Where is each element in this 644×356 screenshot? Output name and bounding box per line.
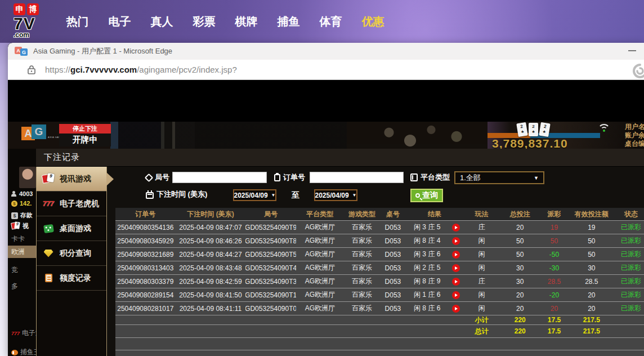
rail-item-slots[interactable]: 777电子游戏 [11, 328, 36, 338]
cell-platform: AG欧洲厅 [296, 221, 344, 234]
sidebar-tab-2[interactable]: 777电子老虎机 [37, 192, 106, 216]
rail-item-card[interactable]: 卡卡 [11, 234, 25, 244]
date-from-select[interactable]: 2025/04/09▼ [233, 189, 276, 201]
date-to-select[interactable]: 2025/04/09▼ [314, 189, 357, 201]
nav-item-5[interactable]: 棋牌 [225, 14, 267, 29]
play-video-button[interactable] [452, 264, 460, 272]
person-icon [11, 191, 17, 197]
sidebar-tab-4[interactable]: 积分查询 [37, 241, 106, 266]
sidebar-tab-1[interactable]: 9视讯游戏 [37, 167, 106, 192]
cell-valid: 20 [568, 288, 615, 301]
cell-valid: 20 [568, 302, 615, 315]
query-form: 局号 订单号 平台类型 1.全部▼ 下注时间 (美东) 2025/04/09▼ … [108, 167, 644, 208]
header-cell-result: 结果 [405, 208, 463, 220]
nav-item-3[interactable]: 真人 [141, 14, 183, 29]
play-video-button[interactable] [452, 237, 460, 245]
rail-item-jing[interactable]: 竞 [11, 265, 18, 275]
cell-order: 250409080354136 [115, 221, 176, 234]
sum-cell-status [615, 325, 644, 337]
cell-platform: AG欧洲厅 [296, 288, 344, 301]
table-row: 2504090803033792025-04-09 08:42:59GD0532… [115, 275, 644, 288]
table-no-label: 桌台编号 [625, 140, 644, 148]
rail-item-europe[interactable]: 欧洲 [11, 247, 25, 257]
lock-icon[interactable] [27, 65, 36, 75]
cell-status: 已派彩 [615, 275, 644, 288]
play-video-button[interactable] [452, 224, 460, 232]
browser-urlbar: https://gci.7vvvvvv.com/agingame/pcv2/in… [8, 60, 644, 80]
rail-deposit-button[interactable]: $存款 [11, 211, 33, 220]
refresh-icon[interactable] [632, 63, 644, 79]
cell-method: 闲 [463, 248, 500, 261]
nav-item-7[interactable]: 体育 [310, 14, 352, 29]
logo-main: 7V [14, 15, 47, 32]
url-text[interactable]: https://gci.7vvvvvv.com/agingame/pcv2/in… [45, 65, 237, 74]
header-cell-order: 订单号 [115, 208, 176, 220]
stop-betting-banner: 停止下注 [59, 124, 111, 134]
cell-bet: 50 [500, 248, 540, 261]
cell-time: 2025-04-09 08:43:48 [176, 261, 246, 274]
browser-titlebar[interactable]: A G Asia Gaming - 用户配置 1 - Microsoft Edg… [8, 43, 644, 60]
rail-video-tab[interactable]: 9视 [11, 222, 29, 230]
nav-item-6[interactable]: 捕鱼 [267, 14, 310, 29]
rail-item-duo[interactable]: 多 [11, 282, 18, 291]
table-row: 2504090803216892025-04-09 08:44:27GD0532… [115, 248, 644, 261]
cards-icon: 9 [42, 173, 55, 184]
gem-icon [42, 250, 55, 257]
round-input[interactable] [172, 172, 267, 183]
cell-platform: AG欧洲厅 [296, 248, 344, 261]
to-label: 至 [292, 190, 299, 201]
header-cell-time: 下注时间 (美东) [176, 208, 246, 220]
cards-icon: 9 [11, 222, 20, 230]
cell-round: GD053254090T5 [245, 248, 296, 261]
nav-item-4[interactable]: 彩票 [183, 14, 225, 29]
cell-game: 百家乐 [344, 288, 381, 301]
dealt-cards: 2♣ 2♣ 2♣ [517, 123, 549, 136]
header-cell-game: 游戏类型 [344, 208, 381, 220]
sum-cell-round [245, 325, 296, 337]
deposit-icon: $ [11, 212, 18, 219]
play-video-button[interactable] [452, 278, 460, 286]
sum-cell-order [115, 315, 176, 324]
sidebar-tab-5[interactable]: 额度记录 [37, 266, 106, 291]
nav-item-8[interactable]: 优惠 [352, 14, 394, 29]
sum-cell-result [405, 325, 463, 337]
chevron-down-icon: ▼ [534, 175, 539, 181]
order-input[interactable] [310, 172, 404, 183]
search-button[interactable]: 查询 [410, 189, 443, 202]
sum-cell-payout: 17.5 [540, 315, 569, 324]
cell-status: 已派彩 [615, 234, 644, 247]
cell-method: 闲 [463, 234, 500, 247]
cell-result: 闲 2 庄 5 [405, 261, 463, 274]
cell-round: GD053254090T1 [245, 288, 296, 301]
cell-platform: AG欧洲厅 [296, 302, 344, 315]
sum-cell-method: 小计 [463, 315, 500, 324]
nav-item-1[interactable]: 热门 [56, 14, 99, 29]
site-logo[interactable]: 申 博 7V .com [14, 3, 47, 41]
sidebar-tab-3[interactable]: 桌面游戏 [37, 216, 106, 241]
table-header-row: 订单号下注时间 (美东)局号平台类型游戏类型桌号结果玩法总投注派彩有效投注额状态 [115, 208, 644, 221]
cell-time: 2025-04-09 08:42:59 [176, 275, 246, 288]
rail-user-number: 4003 [11, 190, 33, 197]
minimize-button[interactable] [628, 50, 636, 51]
logo-badge-shen: 申 [14, 3, 25, 15]
platform-select[interactable]: 1.全部▼ [454, 171, 544, 184]
rail-item-fishing[interactable]: 捕鱼王 [11, 348, 36, 356]
cell-payout: 28.5 [540, 275, 569, 288]
ag-favicon: A G [15, 47, 28, 56]
cell-platform: AG欧洲厅 [296, 234, 344, 247]
cell-game: 百家乐 [344, 261, 381, 274]
sidebar-tab-label: 额度记录 [60, 273, 91, 283]
nav-item-2[interactable]: 电子 [99, 14, 141, 29]
panel-header: 下注记录 [36, 149, 644, 167]
url-domain: gci.7vvvvvv.com [70, 65, 137, 74]
play-video-button[interactable] [452, 291, 460, 299]
book-icon [410, 173, 418, 181]
cell-game: 百家乐 [344, 221, 381, 234]
sum-cell-bet: 220 [500, 315, 540, 324]
play-video-button[interactable] [452, 251, 460, 259]
cell-payout: -50 [540, 248, 569, 261]
result-text: 闲 8 庄 4 [405, 236, 449, 246]
play-video-button[interactable] [452, 305, 460, 313]
result-text: 闲 3 庄 6 [405, 250, 449, 259]
cell-order: 250409080345929 [115, 234, 176, 247]
